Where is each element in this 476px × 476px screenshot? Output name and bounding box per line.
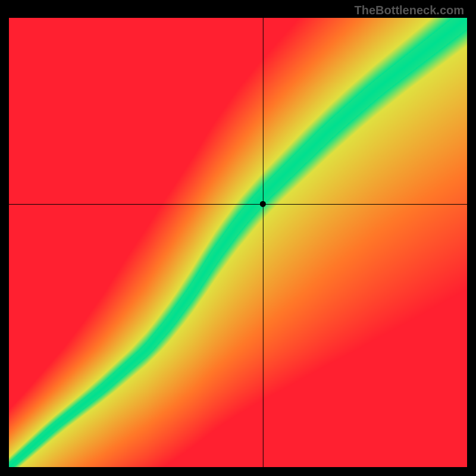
- chart-container: TheBottleneck.com: [0, 0, 476, 476]
- watermark-text: TheBottleneck.com: [355, 4, 464, 17]
- heatmap-canvas: [9, 18, 467, 467]
- plot-area: [9, 18, 467, 467]
